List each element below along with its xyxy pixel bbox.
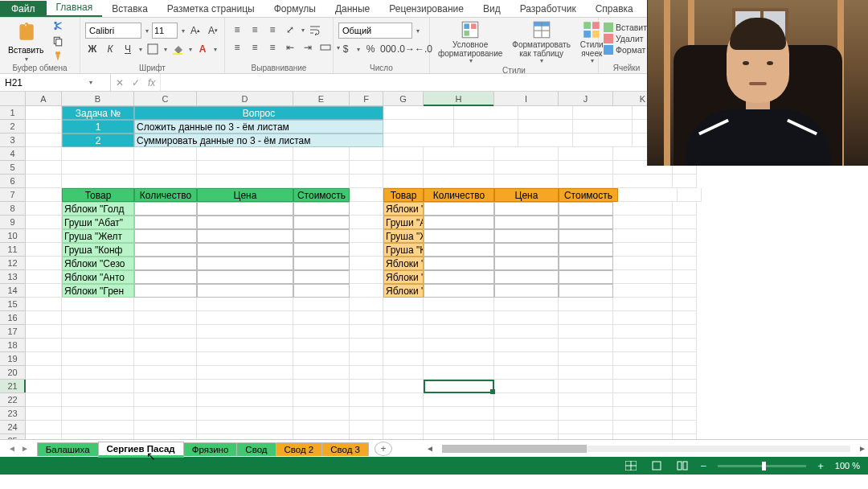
- bold-button[interactable]: Ж: [85, 42, 100, 56]
- cell[interactable]: [350, 188, 383, 202]
- cell[interactable]: [134, 216, 197, 229]
- cell[interactable]: Яблоки "Грен: [62, 284, 134, 298]
- cell[interactable]: [26, 243, 62, 257]
- hscroll-bar[interactable]: [442, 443, 850, 454]
- cell[interactable]: [197, 202, 293, 216]
- cell[interactable]: [350, 325, 383, 339]
- cell[interactable]: [613, 284, 673, 298]
- currency-button[interactable]: $: [338, 42, 353, 56]
- cell[interactable]: [424, 161, 494, 175]
- cell[interactable]: [424, 147, 494, 161]
- cell[interactable]: [350, 421, 383, 434]
- cell[interactable]: [26, 366, 62, 380]
- cell[interactable]: [613, 380, 673, 393]
- col-header[interactable]: G: [383, 92, 424, 105]
- cell[interactable]: [383, 366, 424, 380]
- row-header[interactable]: 15: [0, 298, 26, 311]
- cell[interactable]: [673, 366, 697, 380]
- conditional-format-button[interactable]: Условное форматирование▾: [435, 19, 506, 65]
- cell[interactable]: [197, 147, 293, 161]
- cell[interactable]: Яблоки "Ан: [383, 270, 424, 284]
- cell[interactable]: [350, 202, 383, 216]
- orientation-button[interactable]: ⤢: [283, 23, 297, 37]
- cell[interactable]: [197, 380, 293, 393]
- align-bottom-button[interactable]: ≡: [265, 23, 280, 37]
- row-header[interactable]: 10: [0, 229, 26, 243]
- font-name-input[interactable]: [85, 23, 141, 39]
- cell[interactable]: [673, 257, 697, 270]
- cell[interactable]: [293, 216, 350, 229]
- row-header[interactable]: 7: [0, 188, 26, 202]
- tab-data[interactable]: Данные: [326, 1, 379, 17]
- row-header[interactable]: 8: [0, 202, 26, 216]
- cell[interactable]: Цена: [494, 188, 559, 202]
- cell[interactable]: [454, 134, 518, 147]
- cell[interactable]: [350, 161, 383, 175]
- select-all-corner[interactable]: [0, 92, 26, 105]
- cell[interactable]: [673, 270, 697, 284]
- cell[interactable]: [494, 243, 559, 257]
- cell[interactable]: Суммировать данные по 3 - ём листам: [134, 134, 383, 147]
- hscroll-left[interactable]: ◄: [424, 444, 436, 453]
- cell[interactable]: [673, 298, 697, 311]
- format-painter-button[interactable]: [51, 50, 65, 63]
- paste-button[interactable]: Вставить▾: [5, 20, 47, 63]
- cell[interactable]: [559, 243, 613, 257]
- cancel-formula-button[interactable]: ✕: [116, 77, 124, 88]
- col-header[interactable]: F: [350, 92, 383, 105]
- cell[interactable]: [293, 229, 350, 243]
- cell[interactable]: [494, 257, 559, 270]
- cell[interactable]: [424, 243, 494, 257]
- cell[interactable]: [62, 325, 134, 339]
- cell[interactable]: Задача №: [62, 106, 134, 120]
- cell[interactable]: [350, 147, 383, 161]
- cell[interactable]: [350, 366, 383, 380]
- col-header[interactable]: J: [559, 92, 613, 105]
- cell[interactable]: [26, 175, 62, 188]
- row-header[interactable]: 6: [0, 175, 26, 188]
- cell[interactable]: [424, 284, 494, 298]
- cell[interactable]: [134, 202, 197, 216]
- col-header[interactable]: E: [293, 92, 350, 105]
- tab-home[interactable]: Главная: [47, 0, 103, 17]
- cell[interactable]: [350, 380, 383, 393]
- cell[interactable]: [494, 175, 559, 188]
- cell[interactable]: [350, 284, 383, 298]
- cell[interactable]: [350, 270, 383, 284]
- cell[interactable]: [383, 161, 424, 175]
- sheet-tab[interactable]: Свод: [236, 442, 276, 456]
- cell[interactable]: [26, 188, 62, 202]
- cell[interactable]: [559, 407, 613, 421]
- cell[interactable]: [62, 339, 134, 352]
- cell[interactable]: [383, 298, 424, 311]
- cell[interactable]: [494, 161, 559, 175]
- cell[interactable]: [197, 257, 293, 270]
- cell[interactable]: Товар: [62, 188, 134, 202]
- cell[interactable]: [494, 147, 559, 161]
- cell[interactable]: [197, 216, 293, 229]
- cell[interactable]: [134, 339, 197, 352]
- row-header[interactable]: 3: [0, 134, 26, 147]
- cell[interactable]: Цена: [197, 188, 293, 202]
- cell[interactable]: [673, 229, 697, 243]
- cell[interactable]: [613, 393, 673, 407]
- cell[interactable]: [494, 407, 559, 421]
- cell[interactable]: [613, 216, 673, 229]
- cell[interactable]: [350, 311, 383, 325]
- cell[interactable]: [350, 434, 383, 439]
- cell[interactable]: [26, 352, 62, 366]
- cell[interactable]: [494, 421, 559, 434]
- cell[interactable]: [613, 311, 673, 325]
- cell[interactable]: [134, 229, 197, 243]
- cell[interactable]: [559, 147, 613, 161]
- cell[interactable]: [494, 393, 559, 407]
- cell[interactable]: [613, 243, 673, 257]
- cell[interactable]: [383, 147, 424, 161]
- cell[interactable]: [494, 325, 559, 339]
- cell[interactable]: [494, 380, 559, 393]
- cell[interactable]: [494, 216, 559, 229]
- cell[interactable]: [197, 243, 293, 257]
- cell[interactable]: [424, 298, 494, 311]
- row-header[interactable]: 13: [0, 270, 26, 284]
- increase-decimal-button[interactable]: .0→: [399, 42, 413, 56]
